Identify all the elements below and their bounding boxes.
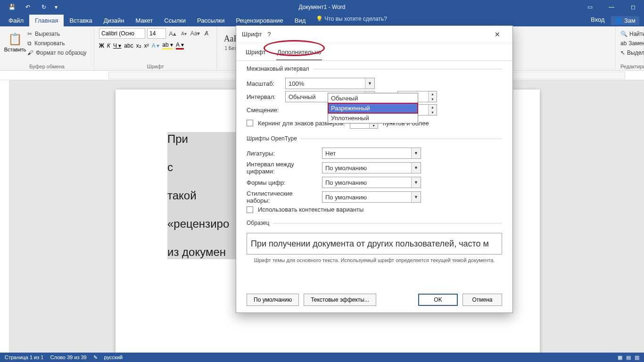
find-button[interactable]: 🔍Найти — [620, 30, 639, 38]
save-icon: 💾 — [8, 4, 16, 10]
chevron-up-icon: ▲ — [429, 105, 437, 110]
default-button[interactable]: По умолчанию — [247, 294, 299, 306]
tab-home[interactable]: Главная — [29, 15, 64, 26]
dialog-title: Шрифт — [242, 31, 262, 38]
minimize-button[interactable]: — — [601, 0, 622, 14]
copy-icon: ⧉ — [27, 40, 32, 47]
font-color-button[interactable]: A ▾ — [176, 41, 184, 49]
text-effects-button[interactable]: Текстовые эффекты... — [304, 294, 376, 306]
spellcheck-icon[interactable]: ✎ — [93, 354, 98, 361]
share-button[interactable]: 👤 Зам — [611, 16, 639, 25]
vertical-ruler[interactable] — [0, 80, 9, 353]
option-expanded[interactable]: Разреженный — [328, 103, 418, 113]
bold-button[interactable]: Ж — [99, 42, 104, 49]
context-alt-label: Использовать контекстные варианты — [258, 206, 363, 213]
grow-font-button[interactable]: A▴ — [168, 29, 177, 38]
tab-insert[interactable]: Вставка — [64, 15, 98, 26]
num-forms-combo[interactable]: По умолчанию▼ — [322, 177, 421, 188]
num-spacing-combo[interactable]: По умолчанию▼ — [322, 162, 421, 173]
print-layout-button[interactable]: ▤ — [626, 354, 631, 361]
ribbon-options-button[interactable]: ▭ — [579, 0, 601, 14]
paste-button[interactable]: 📋 Вставить — [5, 28, 25, 57]
superscript-button[interactable]: x² — [144, 42, 149, 49]
copy-button[interactable]: ⧉Копировать — [27, 40, 89, 47]
ok-button[interactable]: OK — [418, 294, 458, 306]
account-area: Вход 👤 Зам — [591, 16, 639, 26]
chevron-down-icon: ▼ — [365, 78, 374, 89]
undo-button[interactable]: ↶ — [20, 0, 36, 14]
help-button[interactable]: ? — [262, 31, 276, 38]
grow-font-icon: A▴ — [169, 30, 176, 37]
option-normal[interactable]: Обычный — [328, 93, 418, 103]
highlight-button[interactable]: ab ▾ — [162, 41, 173, 49]
section-label: Образец — [247, 220, 273, 226]
underline-button[interactable]: Ч ▾ — [113, 42, 121, 49]
group-label: Редактирование — [620, 63, 639, 69]
context-alt-checkbox[interactable] — [247, 206, 253, 213]
tab-advanced[interactable]: Дополнительно — [276, 47, 322, 60]
tab-view[interactable]: Вид — [289, 15, 312, 26]
group-clipboard: 📋 Вставить ✂Вырезать ⧉Копировать 🖌Формат… — [0, 26, 94, 70]
language-indicator[interactable]: русский — [104, 354, 123, 360]
spacing-dropdown-open: Обычный Разреженный Уплотненный — [328, 93, 418, 123]
redo-icon: ↻ — [41, 4, 46, 10]
kerning-checkbox[interactable] — [247, 120, 253, 126]
replace-button[interactable]: abЗаменить — [620, 40, 639, 47]
clear-format-button[interactable]: A̸ — [202, 29, 211, 38]
change-case-button[interactable]: Aa▾ — [190, 29, 200, 38]
minimize-icon: — — [609, 4, 614, 10]
style-sets-combo[interactable]: По умолчанию▼ — [322, 191, 421, 203]
dialog-buttons: По умолчанию Текстовые эффекты... OK Отм… — [236, 290, 512, 313]
shrink-font-button[interactable]: A▾ — [179, 29, 189, 38]
text-effects-button[interactable]: A ▾ — [152, 42, 160, 49]
statusbar: Страница 1 из 1 Слово 39 из 39 ✎ русский… — [0, 353, 644, 362]
group-editing: 🔍Найти abЗаменить ↖Выделить Редактирован… — [616, 26, 644, 70]
undo-icon: ↶ — [25, 4, 30, 10]
italic-button[interactable]: К — [107, 42, 110, 49]
chevron-down-icon: ▼ — [411, 192, 421, 202]
font-name-combo[interactable]: Calibri (Осно — [99, 28, 145, 39]
subscript-button[interactable]: x₂ — [136, 42, 141, 49]
tab-layout[interactable]: Макет — [130, 15, 158, 26]
tell-me-box[interactable]: 💡 Что вы хотите сделать? — [316, 16, 387, 22]
page-indicator[interactable]: Страница 1 из 1 — [5, 354, 43, 360]
dialog-titlebar[interactable]: Шрифт ? ✕ — [236, 26, 512, 43]
format-painter-button[interactable]: 🖌Формат по образцу — [27, 49, 89, 57]
maximize-icon: ◻ — [631, 4, 636, 10]
chevron-down-icon: ▼ — [411, 177, 421, 188]
signin-button[interactable]: Вход — [591, 16, 604, 25]
font-size-combo[interactable]: 14 — [147, 28, 166, 39]
read-mode-button[interactable]: ▦ — [618, 354, 622, 361]
select-button[interactable]: ↖Выделить — [620, 49, 639, 57]
web-layout-button[interactable]: ▥ — [635, 354, 639, 361]
cut-button[interactable]: ✂Вырезать — [27, 30, 89, 38]
option-condensed[interactable]: Уплотненный — [328, 113, 418, 123]
save-button[interactable]: 💾 — [4, 0, 20, 14]
scale-label: Масштаб: — [247, 80, 281, 87]
maximize-button[interactable]: ◻ — [622, 0, 644, 14]
font-dialog: Шрифт ? ✕ Шрифт Дополнительно Межзнаковы… — [236, 25, 513, 313]
strike-button[interactable]: abc — [124, 42, 133, 49]
ligatures-combo[interactable]: Нет▼ — [322, 148, 421, 159]
redo-button[interactable]: ↻ — [36, 0, 52, 14]
tab-review[interactable]: Рецензирование — [230, 15, 289, 26]
qat-customize[interactable]: ▾ — [52, 0, 60, 14]
word-count[interactable]: Слово 39 из 39 — [50, 354, 86, 360]
group-font: Calibri (Осно 14 A▴ A▾ Aa▾ A̸ Ж К Ч ▾ ab… — [94, 26, 217, 70]
style-sets-label: Стилистические наборы: — [247, 190, 317, 204]
tab-design[interactable]: Дизайн — [98, 15, 130, 26]
close-button[interactable]: ✕ — [488, 31, 507, 38]
cancel-button[interactable]: Отмена — [462, 294, 502, 306]
shrink-font-icon: A▾ — [181, 31, 187, 36]
spacing-label: Интервал: — [247, 93, 281, 100]
window-controls: ▭ — ◻ — [579, 0, 644, 14]
tab-file[interactable]: Файл — [3, 15, 29, 26]
chevron-down-icon: ▼ — [411, 148, 421, 158]
eraser-icon: A̸ — [205, 30, 208, 37]
tab-references[interactable]: Ссылки — [158, 15, 191, 26]
scale-combo[interactable]: 100%▼ — [285, 78, 375, 89]
replace-icon: ab — [620, 40, 627, 47]
dialog-body: Межзнаковый интервал Масштаб: 100%▼ Инте… — [236, 61, 512, 290]
tab-mailings[interactable]: Рассылки — [191, 15, 230, 26]
tab-font[interactable]: Шрифт — [245, 47, 267, 60]
